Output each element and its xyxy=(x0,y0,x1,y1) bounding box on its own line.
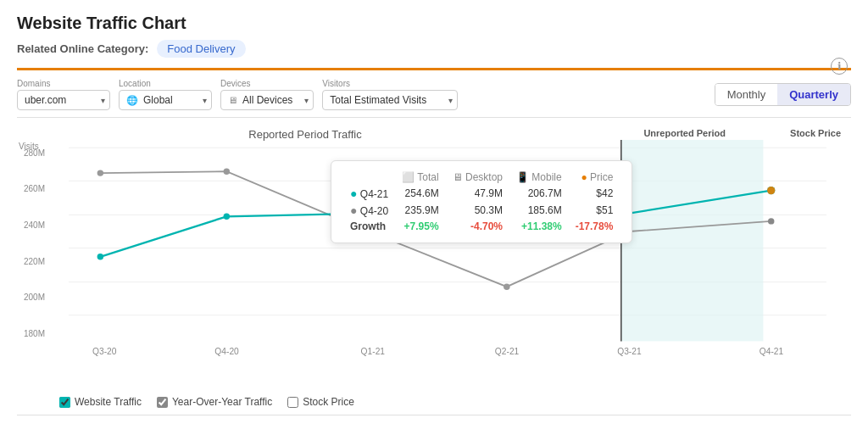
chart-title: Reported Period Traffic xyxy=(248,128,361,141)
svg-point-14 xyxy=(97,170,103,176)
y-label-260m: 260M xyxy=(24,184,45,193)
row2-price: $51 xyxy=(569,202,620,219)
svg-text:Q3-20: Q3-20 xyxy=(92,347,117,356)
row1-total: 254.6M xyxy=(395,185,445,202)
row2-desktop: 50.3M xyxy=(446,202,509,219)
info-icon[interactable]: ℹ xyxy=(831,58,848,75)
stock-price-checkbox[interactable] xyxy=(287,397,298,408)
location-value: Global xyxy=(143,94,173,106)
total-icon: ⬜ xyxy=(402,171,415,183)
devices-select[interactable]: 🖥 All Devices xyxy=(220,90,314,110)
growth-desktop: -4.70% xyxy=(446,219,509,234)
svg-text:Q3-21: Q3-21 xyxy=(617,347,642,356)
domains-select[interactable]: uber.com xyxy=(17,90,110,110)
table-row: ● Q4-20 235.9M 50.3M 185.6M $51 xyxy=(343,202,620,219)
visitors-label: Visitors xyxy=(322,79,458,88)
y-label-280m: 280M xyxy=(24,148,45,158)
website-traffic-label: Website Traffic xyxy=(75,396,142,408)
devices-label: Devices xyxy=(220,79,314,88)
quarterly-button[interactable]: Quarterly xyxy=(777,84,850,105)
svg-point-19 xyxy=(768,218,774,224)
svg-point-17 xyxy=(504,283,509,289)
devices-select-wrapper: 🖥 All Devices xyxy=(220,90,314,110)
location-select-wrapper: 🌐 Global xyxy=(119,90,212,110)
yoy-traffic-checkbox[interactable] xyxy=(157,397,168,408)
growth-label: Growth xyxy=(343,219,395,234)
category-row: Related Online Category: Food Delivery xyxy=(17,40,851,58)
row1-label: ● Q4-21 xyxy=(343,185,395,202)
growth-row: Growth +7.95% -4.70% +11.38% -17.78% xyxy=(343,219,620,234)
page-title: Website Traffic Chart xyxy=(17,14,851,33)
location-select[interactable]: 🌐 Global xyxy=(119,90,212,110)
svg-text:Q1-21: Q1-21 xyxy=(361,347,386,356)
row1-price: $42 xyxy=(569,185,620,202)
growth-price: -17.78% xyxy=(569,219,620,234)
domains-label: Domains xyxy=(17,79,110,88)
col-header-empty xyxy=(343,170,395,185)
toolbar: Domains uber.com Location 🌐 Global Devic… xyxy=(17,70,851,118)
row1-desktop: 47.9M xyxy=(446,185,509,202)
y-label-220m: 220M xyxy=(24,257,45,266)
yoy-traffic-label: Year-Over-Year Traffic xyxy=(172,396,272,408)
svg-point-21 xyxy=(224,214,230,220)
monitor-icon: 🖥 xyxy=(228,95,237,105)
growth-mobile: +11.38% xyxy=(509,219,569,234)
mobile-icon: 📱 xyxy=(516,171,529,183)
devices-value: All Devices xyxy=(242,94,292,106)
y-label-180m: 180M xyxy=(24,329,45,338)
page: Website Traffic Chart Related Online Cat… xyxy=(0,0,868,446)
category-tag[interactable]: Food Delivery xyxy=(157,40,245,58)
svg-text:Q4-20: Q4-20 xyxy=(214,347,239,356)
website-traffic-checkbox[interactable] xyxy=(59,397,70,408)
col-header-total: ⬜ Total xyxy=(395,170,445,185)
price-dot: ● xyxy=(581,171,587,183)
svg-text:Q4-21: Q4-21 xyxy=(760,347,784,356)
globe-icon: 🌐 xyxy=(126,95,138,106)
row2-label: ● Q4-20 xyxy=(343,202,395,219)
col-header-price: ● Price xyxy=(569,170,620,185)
visitors-value: Total Estimated Visits xyxy=(330,94,426,106)
gray-dot: ● xyxy=(350,203,357,217)
legend: Website Traffic Year-Over-Year Traffic S… xyxy=(17,391,851,408)
stock-price-label: Stock Price xyxy=(790,128,841,138)
domains-value: uber.com xyxy=(25,94,66,106)
svg-point-20 xyxy=(97,254,103,259)
monthly-button[interactable]: Monthly xyxy=(715,84,778,105)
row2-mobile: 185.6M xyxy=(509,202,569,219)
legend-yoy-traffic: Year-Over-Year Traffic xyxy=(157,396,272,408)
col-header-mobile: 📱 Mobile xyxy=(509,170,569,185)
visitors-group: Visitors Total Estimated Visits xyxy=(322,79,458,110)
y-label-200m: 200M xyxy=(24,293,45,302)
row2-total: 235.9M xyxy=(395,202,445,219)
row1-mobile: 206.7M xyxy=(509,185,569,202)
domains-select-wrapper: uber.com xyxy=(17,90,110,110)
table-row: ● Q4-21 254.6M 47.9M 206.7M $42 xyxy=(343,185,620,202)
growth-total: +7.95% xyxy=(395,219,445,234)
domains-group: Domains uber.com xyxy=(17,79,110,110)
devices-group: Devices 🖥 All Devices xyxy=(220,79,314,110)
stock-price-legend-label: Stock Price xyxy=(303,396,354,408)
category-label: Related Online Category: xyxy=(17,42,148,55)
col-header-desktop: 🖥 Desktop xyxy=(446,170,509,185)
svg-text:Q2-21: Q2-21 xyxy=(495,347,520,356)
svg-point-15 xyxy=(224,169,230,175)
visitors-select[interactable]: Total Estimated Visits xyxy=(322,90,458,110)
bottom-divider xyxy=(17,415,851,415)
legend-website-traffic: Website Traffic xyxy=(59,396,142,408)
visitors-select-wrapper: Total Estimated Visits xyxy=(322,90,458,110)
teal-dot: ● xyxy=(350,187,357,200)
period-toggle: Monthly Quarterly xyxy=(715,83,851,106)
svg-rect-6 xyxy=(621,140,764,341)
chart-area: Reported Period Traffic Unreported Perio… xyxy=(17,123,851,386)
unreported-label: Unreported Period xyxy=(643,128,726,138)
tooltip-table: ⬜ Total 🖥 Desktop 📱 Mobile ● Price xyxy=(343,170,620,234)
y-label-240m: 240M xyxy=(24,220,45,230)
location-group: Location 🌐 Global xyxy=(119,79,212,110)
legend-stock-price: Stock Price xyxy=(287,396,354,408)
location-label: Location xyxy=(119,79,212,88)
desktop-icon: 🖥 xyxy=(453,171,463,183)
tooltip-box: ⬜ Total 🖥 Desktop 📱 Mobile ● Price xyxy=(331,160,632,243)
svg-point-26 xyxy=(767,187,775,194)
